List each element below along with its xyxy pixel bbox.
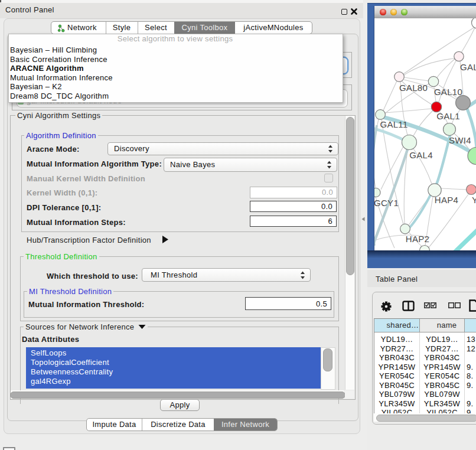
svg-text:GAL11: GAL11 — [380, 119, 407, 129]
svg-text:Y: Y — [472, 195, 476, 205]
svg-text:HAP4: HAP4 — [435, 195, 458, 205]
svg-text:GAL: GAL — [460, 62, 476, 72]
svg-text:GAL10: GAL10 — [434, 87, 462, 97]
svg-text:SWI4: SWI4 — [449, 135, 471, 145]
svg-text:GCY1: GCY1 — [374, 198, 399, 208]
svg-text:GAL80: GAL80 — [399, 83, 428, 93]
svg-text:GAL4: GAL4 — [409, 150, 433, 160]
svg-text:HAP2: HAP2 — [406, 234, 429, 244]
svg-text:GAL1: GAL1 — [436, 111, 460, 121]
